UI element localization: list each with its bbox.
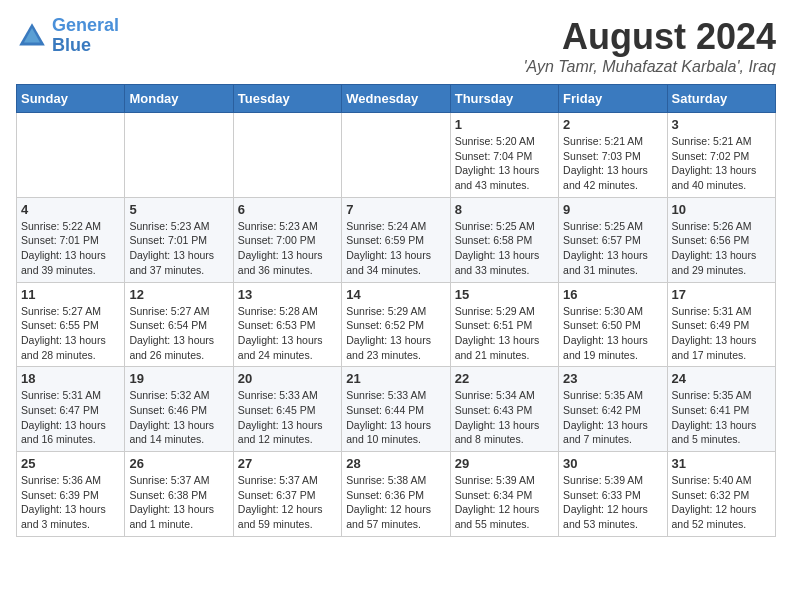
day-info: Sunrise: 5:27 AM Sunset: 6:54 PM Dayligh… (129, 304, 228, 363)
day-info: Sunrise: 5:20 AM Sunset: 7:04 PM Dayligh… (455, 134, 554, 193)
day-number: 1 (455, 117, 554, 132)
weekday-sunday: Sunday (17, 85, 125, 113)
calendar-cell: 13Sunrise: 5:28 AM Sunset: 6:53 PM Dayli… (233, 282, 341, 367)
day-info: Sunrise: 5:37 AM Sunset: 6:37 PM Dayligh… (238, 473, 337, 532)
day-info: Sunrise: 5:30 AM Sunset: 6:50 PM Dayligh… (563, 304, 662, 363)
calendar-cell: 9Sunrise: 5:25 AM Sunset: 6:57 PM Daylig… (559, 197, 667, 282)
day-info: Sunrise: 5:23 AM Sunset: 7:00 PM Dayligh… (238, 219, 337, 278)
day-number: 13 (238, 287, 337, 302)
calendar-cell: 1Sunrise: 5:20 AM Sunset: 7:04 PM Daylig… (450, 113, 558, 198)
day-info: Sunrise: 5:33 AM Sunset: 6:45 PM Dayligh… (238, 388, 337, 447)
calendar-cell: 16Sunrise: 5:30 AM Sunset: 6:50 PM Dayli… (559, 282, 667, 367)
day-number: 3 (672, 117, 771, 132)
weekday-wednesday: Wednesday (342, 85, 450, 113)
calendar-cell: 15Sunrise: 5:29 AM Sunset: 6:51 PM Dayli… (450, 282, 558, 367)
day-number: 22 (455, 371, 554, 386)
day-info: Sunrise: 5:28 AM Sunset: 6:53 PM Dayligh… (238, 304, 337, 363)
calendar-cell: 2Sunrise: 5:21 AM Sunset: 7:03 PM Daylig… (559, 113, 667, 198)
day-info: Sunrise: 5:21 AM Sunset: 7:02 PM Dayligh… (672, 134, 771, 193)
day-number: 20 (238, 371, 337, 386)
calendar-cell: 3Sunrise: 5:21 AM Sunset: 7:02 PM Daylig… (667, 113, 775, 198)
calendar-table: SundayMondayTuesdayWednesdayThursdayFrid… (16, 84, 776, 537)
calendar-cell: 12Sunrise: 5:27 AM Sunset: 6:54 PM Dayli… (125, 282, 233, 367)
day-info: Sunrise: 5:31 AM Sunset: 6:49 PM Dayligh… (672, 304, 771, 363)
calendar-cell: 11Sunrise: 5:27 AM Sunset: 6:55 PM Dayli… (17, 282, 125, 367)
day-info: Sunrise: 5:25 AM Sunset: 6:58 PM Dayligh… (455, 219, 554, 278)
day-number: 14 (346, 287, 445, 302)
day-info: Sunrise: 5:24 AM Sunset: 6:59 PM Dayligh… (346, 219, 445, 278)
day-info: Sunrise: 5:35 AM Sunset: 6:41 PM Dayligh… (672, 388, 771, 447)
calendar-week-5: 25Sunrise: 5:36 AM Sunset: 6:39 PM Dayli… (17, 452, 776, 537)
day-number: 29 (455, 456, 554, 471)
day-number: 30 (563, 456, 662, 471)
calendar-cell: 30Sunrise: 5:39 AM Sunset: 6:33 PM Dayli… (559, 452, 667, 537)
day-info: Sunrise: 5:40 AM Sunset: 6:32 PM Dayligh… (672, 473, 771, 532)
title-block: August 2024 'Ayn Tamr, Muhafazat Karbala… (523, 16, 776, 76)
day-number: 16 (563, 287, 662, 302)
day-info: Sunrise: 5:22 AM Sunset: 7:01 PM Dayligh… (21, 219, 120, 278)
weekday-friday: Friday (559, 85, 667, 113)
day-info: Sunrise: 5:39 AM Sunset: 6:34 PM Dayligh… (455, 473, 554, 532)
calendar-cell (17, 113, 125, 198)
day-number: 19 (129, 371, 228, 386)
calendar-cell: 31Sunrise: 5:40 AM Sunset: 6:32 PM Dayli… (667, 452, 775, 537)
day-number: 31 (672, 456, 771, 471)
logo-general: General (52, 15, 119, 35)
calendar-week-2: 4Sunrise: 5:22 AM Sunset: 7:01 PM Daylig… (17, 197, 776, 282)
calendar-cell: 27Sunrise: 5:37 AM Sunset: 6:37 PM Dayli… (233, 452, 341, 537)
weekday-monday: Monday (125, 85, 233, 113)
weekday-thursday: Thursday (450, 85, 558, 113)
calendar-cell: 23Sunrise: 5:35 AM Sunset: 6:42 PM Dayli… (559, 367, 667, 452)
calendar-cell: 26Sunrise: 5:37 AM Sunset: 6:38 PM Dayli… (125, 452, 233, 537)
month-title: August 2024 (523, 16, 776, 58)
logo: General Blue (16, 16, 119, 56)
day-info: Sunrise: 5:31 AM Sunset: 6:47 PM Dayligh… (21, 388, 120, 447)
calendar-cell: 4Sunrise: 5:22 AM Sunset: 7:01 PM Daylig… (17, 197, 125, 282)
day-number: 9 (563, 202, 662, 217)
day-info: Sunrise: 5:33 AM Sunset: 6:44 PM Dayligh… (346, 388, 445, 447)
day-number: 23 (563, 371, 662, 386)
day-info: Sunrise: 5:34 AM Sunset: 6:43 PM Dayligh… (455, 388, 554, 447)
day-number: 27 (238, 456, 337, 471)
weekday-row: SundayMondayTuesdayWednesdayThursdayFrid… (17, 85, 776, 113)
logo-blue: Blue (52, 35, 91, 55)
calendar-week-3: 11Sunrise: 5:27 AM Sunset: 6:55 PM Dayli… (17, 282, 776, 367)
day-number: 17 (672, 287, 771, 302)
page-header: General Blue August 2024 'Ayn Tamr, Muha… (16, 16, 776, 76)
day-number: 12 (129, 287, 228, 302)
day-number: 24 (672, 371, 771, 386)
location-title: 'Ayn Tamr, Muhafazat Karbala', Iraq (523, 58, 776, 76)
calendar-cell: 29Sunrise: 5:39 AM Sunset: 6:34 PM Dayli… (450, 452, 558, 537)
calendar-cell: 20Sunrise: 5:33 AM Sunset: 6:45 PM Dayli… (233, 367, 341, 452)
calendar-week-1: 1Sunrise: 5:20 AM Sunset: 7:04 PM Daylig… (17, 113, 776, 198)
logo-text: General Blue (52, 16, 119, 56)
calendar-body: 1Sunrise: 5:20 AM Sunset: 7:04 PM Daylig… (17, 113, 776, 537)
day-info: Sunrise: 5:29 AM Sunset: 6:52 PM Dayligh… (346, 304, 445, 363)
day-number: 10 (672, 202, 771, 217)
weekday-saturday: Saturday (667, 85, 775, 113)
day-info: Sunrise: 5:37 AM Sunset: 6:38 PM Dayligh… (129, 473, 228, 532)
day-number: 15 (455, 287, 554, 302)
day-number: 8 (455, 202, 554, 217)
day-info: Sunrise: 5:25 AM Sunset: 6:57 PM Dayligh… (563, 219, 662, 278)
weekday-tuesday: Tuesday (233, 85, 341, 113)
day-number: 6 (238, 202, 337, 217)
logo-icon (16, 20, 48, 52)
day-info: Sunrise: 5:27 AM Sunset: 6:55 PM Dayligh… (21, 304, 120, 363)
calendar-cell: 14Sunrise: 5:29 AM Sunset: 6:52 PM Dayli… (342, 282, 450, 367)
day-info: Sunrise: 5:23 AM Sunset: 7:01 PM Dayligh… (129, 219, 228, 278)
calendar-cell: 18Sunrise: 5:31 AM Sunset: 6:47 PM Dayli… (17, 367, 125, 452)
day-number: 5 (129, 202, 228, 217)
day-info: Sunrise: 5:36 AM Sunset: 6:39 PM Dayligh… (21, 473, 120, 532)
calendar-cell: 8Sunrise: 5:25 AM Sunset: 6:58 PM Daylig… (450, 197, 558, 282)
calendar-cell: 28Sunrise: 5:38 AM Sunset: 6:36 PM Dayli… (342, 452, 450, 537)
day-info: Sunrise: 5:29 AM Sunset: 6:51 PM Dayligh… (455, 304, 554, 363)
day-number: 18 (21, 371, 120, 386)
day-info: Sunrise: 5:26 AM Sunset: 6:56 PM Dayligh… (672, 219, 771, 278)
day-info: Sunrise: 5:32 AM Sunset: 6:46 PM Dayligh… (129, 388, 228, 447)
day-number: 4 (21, 202, 120, 217)
day-info: Sunrise: 5:38 AM Sunset: 6:36 PM Dayligh… (346, 473, 445, 532)
day-info: Sunrise: 5:39 AM Sunset: 6:33 PM Dayligh… (563, 473, 662, 532)
calendar-cell: 19Sunrise: 5:32 AM Sunset: 6:46 PM Dayli… (125, 367, 233, 452)
calendar-cell: 10Sunrise: 5:26 AM Sunset: 6:56 PM Dayli… (667, 197, 775, 282)
